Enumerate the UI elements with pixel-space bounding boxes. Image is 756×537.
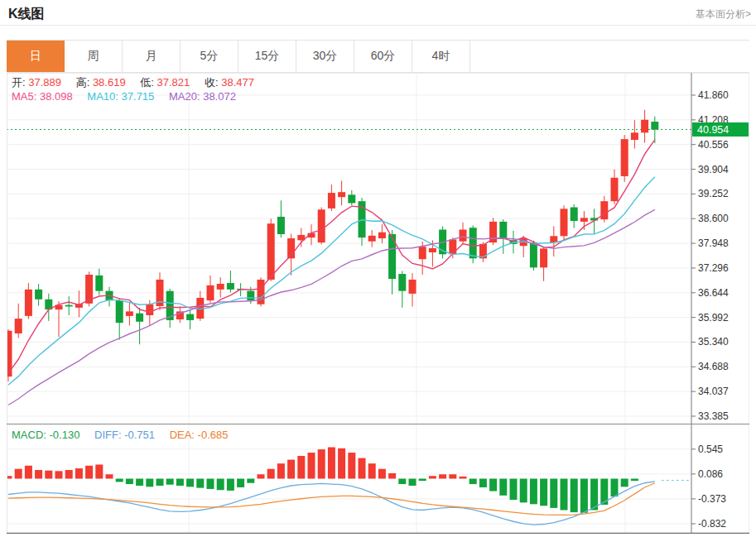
macd-axis-label: 0.086: [698, 468, 723, 480]
macd-bar: [176, 479, 184, 487]
macd-bar: [95, 464, 103, 478]
macd-bar: [75, 468, 83, 478]
macd-bar: [136, 479, 143, 487]
chart-area: 41.86041.20840.55639.90439.25238.60037.9…: [7, 73, 749, 534]
candle-body: [35, 290, 42, 300]
page-title: K线图: [0, 0, 45, 23]
candle-body: [328, 193, 335, 209]
tab-60min[interactable]: 60分: [354, 41, 412, 72]
candle-body: [338, 192, 345, 197]
candle-body: [651, 122, 658, 130]
macd-bar: [561, 479, 568, 511]
macd-bar: [611, 479, 619, 497]
candle-body: [621, 139, 628, 176]
candle-body: [186, 314, 194, 320]
macd-bar: [217, 479, 224, 491]
tabbar-filler: [470, 41, 749, 72]
fundamental-analysis-link[interactable]: 基本面分析>: [696, 7, 751, 22]
candle-body: [530, 242, 537, 267]
ma5-line: [8, 140, 655, 373]
candle-body: [247, 291, 254, 300]
tab-day[interactable]: 日: [7, 41, 65, 72]
tab-30min[interactable]: 30分: [296, 41, 354, 72]
macd-bar: [530, 479, 537, 505]
tab-15min[interactable]: 15分: [238, 41, 296, 72]
macd-bar: [489, 479, 497, 491]
kline-chart: 41.86041.20840.55639.90439.25238.60037.9…: [7, 73, 749, 534]
macd-bar: [409, 479, 417, 487]
macd-bar: [25, 466, 32, 479]
macd-bar: [631, 479, 638, 482]
macd-axis-label: 0.545: [698, 444, 723, 455]
candle-body: [227, 283, 234, 290]
candle-body: [409, 280, 417, 294]
candle-body: [611, 178, 619, 201]
current-price-tag-text: 40.954: [697, 124, 729, 136]
candle-body: [116, 300, 123, 323]
price-axis-label: 34.688: [698, 361, 729, 372]
ma20-line: [8, 209, 655, 405]
macd-bar: [348, 453, 355, 478]
candle-body: [460, 230, 467, 242]
candle-body: [277, 217, 285, 234]
macd-bar: [469, 479, 477, 485]
macd-bar: [237, 479, 244, 487]
tab-week[interactable]: 周: [65, 41, 123, 72]
macd-bar: [510, 479, 518, 501]
macd-bar: [419, 479, 426, 482]
price-axis-label: 34.037: [698, 386, 729, 397]
candle-body: [348, 194, 355, 203]
candle-body: [489, 222, 497, 242]
tab-4hour[interactable]: 4时: [412, 41, 470, 72]
macd-bar: [550, 479, 557, 508]
macd-bar: [499, 479, 507, 496]
page-header: K线图 基本面分析>: [0, 0, 756, 26]
candle-body: [571, 208, 578, 221]
candle-body: [600, 201, 608, 219]
candle-body: [429, 248, 436, 252]
tab-5min[interactable]: 5分: [181, 41, 238, 72]
candle-body: [217, 284, 224, 290]
macd-bar: [308, 453, 315, 478]
candle-body: [378, 233, 386, 238]
price-axis-label: 33.385: [698, 410, 729, 422]
macd-bar: [45, 471, 52, 479]
price-axis-label: 39.252: [698, 188, 729, 199]
macd-bar: [55, 471, 63, 478]
macd-bar: [479, 479, 487, 487]
macd-bar: [621, 479, 628, 487]
macd-bar: [267, 469, 275, 479]
macd-bar: [338, 448, 345, 479]
candle-body: [631, 132, 638, 140]
macd-bar: [186, 479, 194, 487]
macd-bar: [126, 479, 133, 485]
candle-body: [641, 120, 648, 133]
macd-bar: [520, 479, 527, 503]
candle-body: [207, 285, 214, 300]
candle-body: [540, 248, 547, 267]
candle-body: [126, 311, 133, 315]
macd-bar: [196, 479, 204, 488]
macd-bar: [156, 479, 164, 487]
macd-bar: [378, 469, 386, 479]
candle-body: [136, 314, 143, 322]
macd-axis-label: -0.832: [698, 518, 726, 530]
macd-bar: [106, 474, 113, 478]
price-axis-label: 37.296: [698, 262, 729, 274]
period-tabbar: 日 周 月 5分 15分 30分 60分 4时: [7, 40, 749, 73]
candle-body: [469, 228, 477, 258]
price-axis-label: 35.340: [698, 336, 729, 348]
price-axis-label: 41.860: [698, 89, 729, 101]
macd-bar: [85, 466, 93, 479]
macd-bar: [277, 463, 285, 478]
candle-body: [25, 290, 32, 316]
tab-month[interactable]: 月: [123, 41, 181, 72]
macd-bar: [449, 474, 456, 478]
macd-bar: [439, 474, 446, 478]
macd-bar: [328, 448, 335, 479]
candle-body: [368, 236, 376, 242]
macd-bar: [65, 470, 73, 478]
macd-bar: [297, 456, 305, 479]
price-axis-label: 39.904: [698, 164, 729, 175]
candle-body: [318, 209, 325, 242]
